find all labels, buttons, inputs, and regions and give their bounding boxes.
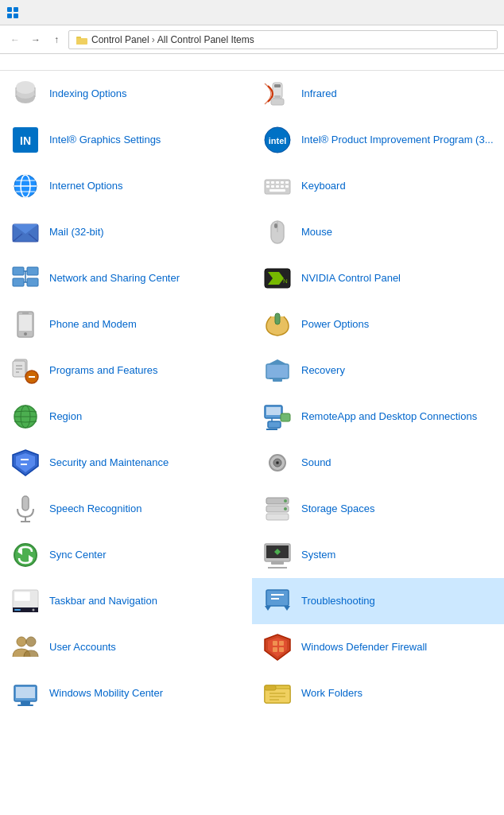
title-bar-icon — [6, 6, 19, 19]
item-label-system: System — [301, 549, 335, 562]
svg-rect-77 — [281, 413, 290, 421]
item-troubleshooting[interactable]: Troubleshooting — [252, 578, 504, 624]
svg-rect-35 — [269, 189, 285, 192]
item-sound[interactable]: Sound — [252, 440, 504, 486]
svg-rect-30 — [266, 185, 269, 188]
item-internet-options[interactable]: Internet Options — [0, 163, 252, 209]
item-label-power-options: Power Options — [301, 318, 369, 332]
item-label-mail: Mail (32-bit) — [49, 226, 104, 239]
svg-rect-33 — [281, 185, 284, 188]
keyboard-icon — [262, 170, 293, 202]
svg-rect-42 — [274, 223, 277, 228]
svg-rect-3 — [14, 14, 18, 18]
path-all-control-panel: All Control Panel Items — [157, 34, 254, 45]
power-icon — [262, 309, 293, 340]
item-user-accounts[interactable]: User Accounts — [0, 624, 252, 670]
item-security-maintenance[interactable]: Security and Maintenance — [0, 440, 252, 486]
svg-text:N: N — [283, 277, 288, 285]
item-label-taskbar-navigation: Taskbar and Navigation — [49, 595, 157, 608]
forward-button[interactable]: → — [27, 31, 45, 49]
item-indexing-options[interactable]: Indexing Options — [0, 71, 252, 117]
mail-icon — [10, 216, 41, 248]
item-windows-defender[interactable]: Windows Defender Firewall — [252, 624, 504, 670]
svg-rect-26 — [271, 181, 274, 184]
item-label-intel-product: Intel® Product Improvement Program (3... — [301, 134, 494, 147]
item-label-remoteapp: RemoteApp and Desktop Connections — [301, 410, 477, 424]
item-label-storage-spaces: Storage Spaces — [301, 503, 375, 516]
item-recovery[interactable]: Recovery — [252, 347, 504, 394]
svg-marker-66 — [268, 359, 287, 364]
region-icon — [10, 401, 41, 433]
item-label-region: Region — [49, 410, 82, 424]
item-storage-spaces[interactable]: Storage Spaces — [252, 486, 504, 532]
item-remoteapp[interactable]: RemoteApp and Desktop Connections — [252, 394, 504, 440]
svg-rect-43 — [13, 267, 24, 275]
svg-rect-121 — [21, 701, 30, 704]
item-network-sharing[interactable]: Network and Sharing Center — [0, 255, 252, 301]
item-region[interactable]: Region — [0, 394, 252, 440]
item-label-windows-mobility: Windows Mobility Center — [49, 687, 163, 701]
item-label-network-sharing: Network and Sharing Center — [49, 272, 180, 285]
item-speech-recognition[interactable]: Speech Recognition — [0, 486, 252, 532]
item-programs-features[interactable]: Programs and Features — [0, 347, 252, 394]
items-grid: Indexing Options Infrared IN Intel® Grap… — [0, 71, 504, 716]
svg-rect-116 — [279, 641, 284, 646]
svg-rect-91 — [266, 514, 289, 520]
phone-icon — [10, 309, 41, 340]
svg-rect-1 — [14, 7, 18, 12]
item-infrared[interactable]: Infrared — [252, 71, 504, 117]
defender-icon — [262, 631, 293, 663]
svg-rect-29 — [285, 181, 289, 184]
back-button[interactable]: ← — [6, 31, 24, 49]
item-label-speech-recognition: Speech Recognition — [49, 503, 142, 516]
item-intel-product[interactable]: intel Intel® Product Improvement Program… — [252, 117, 504, 163]
item-phone-modem[interactable]: Phone and Modem — [0, 301, 252, 347]
svg-point-111 — [17, 637, 26, 646]
svg-point-104 — [33, 609, 35, 611]
item-mouse[interactable]: Mouse — [252, 209, 504, 255]
item-nvidia[interactable]: N NVIDIA Control Panel — [252, 255, 504, 301]
item-label-programs-features: Programs and Features — [49, 364, 158, 378]
svg-point-55 — [24, 332, 27, 336]
item-windows-mobility[interactable]: Windows Mobility Center — [0, 670, 252, 716]
item-label-phone-modem: Phone and Modem — [49, 318, 137, 332]
item-sync-center[interactable]: Sync Center — [0, 532, 252, 578]
svg-point-8 — [16, 81, 35, 94]
up-button[interactable]: ↑ — [48, 31, 65, 49]
address-path[interactable]: Control Panel › All Control Panel Items — [68, 30, 498, 49]
taskbar-icon — [10, 585, 41, 617]
item-intel-graphics[interactable]: IN Intel® Graphics Settings — [0, 117, 252, 163]
svg-text:intel: intel — [269, 136, 287, 146]
item-label-troubleshooting: Troubleshooting — [301, 595, 375, 608]
item-label-keyboard: Keyboard — [301, 180, 346, 193]
svg-rect-86 — [22, 496, 29, 510]
item-label-sound: Sound — [301, 456, 331, 470]
item-label-work-folders: Work Folders — [301, 687, 362, 701]
page-heading — [0, 54, 504, 71]
users-icon — [10, 631, 41, 663]
storage-icon — [262, 493, 293, 525]
item-system[interactable]: System — [252, 532, 504, 578]
infrared-icon — [262, 78, 293, 110]
item-power-options[interactable]: Power Options — [252, 301, 504, 347]
item-label-internet-options: Internet Options — [49, 180, 123, 193]
item-label-user-accounts: User Accounts — [49, 641, 116, 654]
svg-rect-115 — [273, 641, 277, 646]
item-work-folders[interactable]: Work Folders — [252, 670, 504, 716]
mobility-icon — [10, 677, 41, 709]
item-label-indexing-options: Indexing Options — [49, 87, 127, 101]
svg-rect-57 — [275, 313, 280, 324]
svg-rect-13 — [274, 95, 281, 98]
item-taskbar-navigation[interactable]: Taskbar and Navigation — [0, 578, 252, 624]
sync-icon — [10, 539, 41, 571]
title-bar — [0, 0, 504, 25]
programs-icon — [10, 355, 41, 386]
item-label-windows-defender: Windows Defender Firewall — [301, 641, 427, 654]
item-mail[interactable]: Mail (32-bit) — [0, 209, 252, 255]
security-icon — [10, 447, 41, 479]
svg-rect-46 — [27, 278, 38, 286]
item-label-mouse: Mouse — [301, 226, 332, 239]
item-keyboard[interactable]: Keyboard — [252, 163, 504, 209]
svg-rect-105 — [14, 592, 30, 601]
work-folders-icon — [262, 677, 293, 709]
